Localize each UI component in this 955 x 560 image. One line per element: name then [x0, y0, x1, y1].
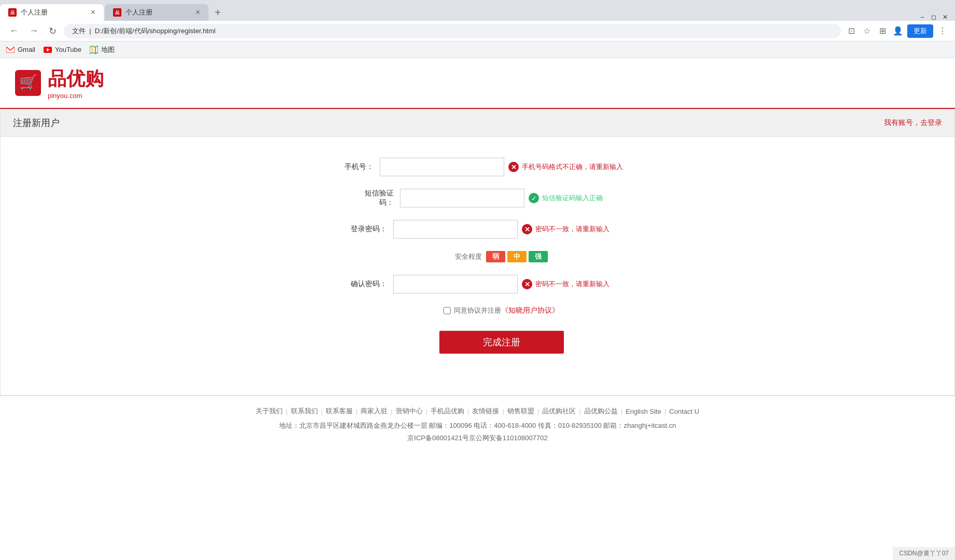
page-content: 🛒 品优购 pinyou.com 注册新用户 我有账号，去登录 手机号： ✕ 手…	[0, 58, 955, 560]
browser-chrome: 品 个人注册 × 品 个人注册 × + – ◻ ✕ ← → ↻	[0, 0, 955, 58]
back-button[interactable]: ←	[6, 24, 22, 37]
security-medium-badge: 中	[507, 251, 527, 262]
register-title: 注册新用户	[13, 117, 60, 129]
sms-input[interactable]	[400, 189, 524, 207]
footer-link-english[interactable]: English Site	[626, 408, 661, 415]
phone-error-text: 手机号码格式不正确，请重新输入	[522, 162, 623, 172]
footer-sep-7: |	[502, 408, 504, 415]
login-link-container: 我有账号，去登录	[884, 118, 942, 128]
gmail-icon	[6, 46, 15, 54]
password-error-msg: ✕ 密码不一致，请重新输入	[522, 224, 610, 234]
tab-close-inactive[interactable]: ×	[196, 8, 200, 17]
confirm-row: 确认密码： ✕ 密码不一致，请重新输入	[1, 275, 954, 293]
password-row: 登录密码： ✕ 密码不一致，请重新输入	[1, 220, 954, 239]
footer-link-service[interactable]: 联系客服	[326, 407, 353, 416]
svg-text:🛒: 🛒	[19, 74, 37, 91]
confirm-input[interactable]	[393, 275, 518, 293]
sms-success-msg: ✓ 短信验证码输入正确	[529, 193, 603, 203]
cast-icon[interactable]: ⊡	[845, 25, 857, 37]
footer-link-contactu[interactable]: Contact U	[669, 408, 699, 415]
footer-link-friendly[interactable]: 友情链接	[472, 407, 499, 416]
logo-text: 品优购 pinyou.com	[48, 66, 104, 100]
logo-chinese: 品优购	[48, 66, 104, 92]
confirm-error-text: 密码不一致，请重新输入	[535, 279, 610, 289]
footer-address: 地址：北京市昌平区建材城西路金燕龙办公楼一层 邮编：100096 电话：400-…	[0, 421, 955, 430]
footer-link-contact[interactable]: 联系我们	[291, 407, 318, 416]
agreement-link[interactable]: 《知晓用户协议》	[501, 306, 559, 315]
footer-link-charity[interactable]: 品优购公益	[584, 407, 618, 416]
refresh-button[interactable]: ↻	[46, 24, 60, 38]
address-bar: ← → ↻ ⊡ ☆ ⊞ 👤 更新 ⋮	[0, 21, 955, 41]
phone-input[interactable]	[380, 158, 504, 176]
maximize-button[interactable]: ◻	[930, 13, 937, 21]
site-footer: 关于我们 | 联系我们 | 联系客服 | 商家入驻 | 营销中心 | 手机品优购…	[0, 396, 955, 453]
footer-sep-8: |	[537, 408, 539, 415]
agreement-text: 同意协议并注册	[454, 306, 501, 315]
login-hint-text[interactable]: 我有账号，去登录	[884, 118, 942, 127]
tab-label-inactive: 个人注册	[126, 8, 153, 17]
svg-text:品: 品	[115, 10, 119, 15]
footer-link-alliance[interactable]: 销售联盟	[507, 407, 534, 416]
tab-active[interactable]: 品 个人注册 ×	[0, 4, 104, 21]
security-strong-badge: 强	[529, 251, 548, 262]
sms-success-text: 短信验证码输入正确	[542, 193, 603, 203]
password-input[interactable]	[393, 220, 518, 239]
bookmark-gmail[interactable]: Gmail	[6, 46, 35, 54]
phone-error-msg: ✕ 手机号码格式不正确，请重新输入	[508, 162, 623, 172]
window-controls: – ◻ ✕	[919, 13, 955, 21]
tab-inactive[interactable]: 品 个人注册 ×	[105, 4, 209, 21]
update-button[interactable]: 更新	[907, 24, 933, 38]
submit-button[interactable]: 完成注册	[439, 331, 564, 354]
footer-sep-5: |	[426, 408, 427, 415]
youtube-label: YouTube	[55, 46, 81, 53]
footer-link-merchant[interactable]: 商家入驻	[361, 407, 387, 416]
forward-button[interactable]: →	[26, 24, 41, 37]
new-tab-button[interactable]: +	[211, 5, 225, 21]
menu-icon[interactable]: ⋮	[936, 25, 949, 37]
tab-label-active: 个人注册	[21, 8, 48, 17]
footer-link-marketing[interactable]: 营销中心	[396, 407, 423, 416]
bookmark-maps[interactable]: 地图	[90, 45, 115, 54]
confirm-label: 确认密码：	[345, 279, 387, 289]
youtube-icon	[44, 46, 52, 54]
bookmark-star-icon[interactable]: ☆	[861, 25, 873, 37]
bookmark-youtube[interactable]: YouTube	[44, 46, 81, 54]
submit-row: 完成注册	[1, 331, 954, 354]
bookmarks-bar: Gmail YouTube 地图	[0, 41, 955, 58]
svg-marker-7	[90, 46, 98, 54]
extensions-icon[interactable]: ⊞	[876, 25, 889, 37]
footer-sep-9: |	[579, 408, 580, 415]
register-form-area: 手机号： ✕ 手机号码格式不正确，请重新输入 短信验证码： ✓ 短信验证码输入正…	[0, 137, 955, 396]
phone-row: 手机号： ✕ 手机号码格式不正确，请重新输入	[1, 158, 954, 176]
minimize-button[interactable]: –	[919, 13, 926, 21]
tab-close-active[interactable]: ×	[91, 8, 95, 17]
sms-row: 短信验证码： ✓ 短信验证码输入正确	[1, 189, 954, 207]
maps-icon	[90, 46, 98, 54]
phone-error-icon: ✕	[508, 162, 519, 172]
sms-success-icon: ✓	[529, 193, 539, 203]
status-bar: CSDN@黄丫丫07	[893, 547, 955, 560]
footer-sep-11: |	[665, 408, 666, 415]
agreement-row: 同意协议并注册 《知晓用户协议》	[1, 306, 954, 315]
profile-icon[interactable]: 👤	[892, 25, 904, 37]
toolbar-icons: ⊡ ☆ ⊞ 👤 更新 ⋮	[845, 24, 949, 38]
password-error-text: 密码不一致，请重新输入	[535, 225, 610, 234]
footer-sep-1: |	[286, 408, 287, 415]
footer-sep-2: |	[321, 408, 323, 415]
security-label-text: 安全程度	[455, 252, 482, 261]
footer-sep-6: |	[467, 408, 469, 415]
security-badges: 弱 中 强	[486, 251, 548, 262]
password-error-icon: ✕	[522, 224, 532, 234]
footer-sep-4: |	[391, 408, 392, 415]
logo-pinyin: pinyou.com	[48, 92, 104, 100]
confirm-error-icon: ✕	[522, 279, 532, 289]
footer-link-about[interactable]: 关于我们	[256, 407, 283, 416]
gmail-label: Gmail	[18, 46, 35, 53]
tab-bar: 品 个人注册 × 品 个人注册 × + – ◻ ✕	[0, 0, 955, 21]
address-input[interactable]	[64, 24, 841, 38]
close-window-button[interactable]: ✕	[942, 13, 949, 21]
footer-link-community[interactable]: 品优购社区	[542, 407, 576, 416]
footer-link-mobile[interactable]: 手机品优购	[431, 407, 464, 416]
agreement-checkbox[interactable]	[444, 307, 451, 314]
footer-icp: 京ICP备08001421号京公网安备110108007702	[0, 433, 955, 443]
